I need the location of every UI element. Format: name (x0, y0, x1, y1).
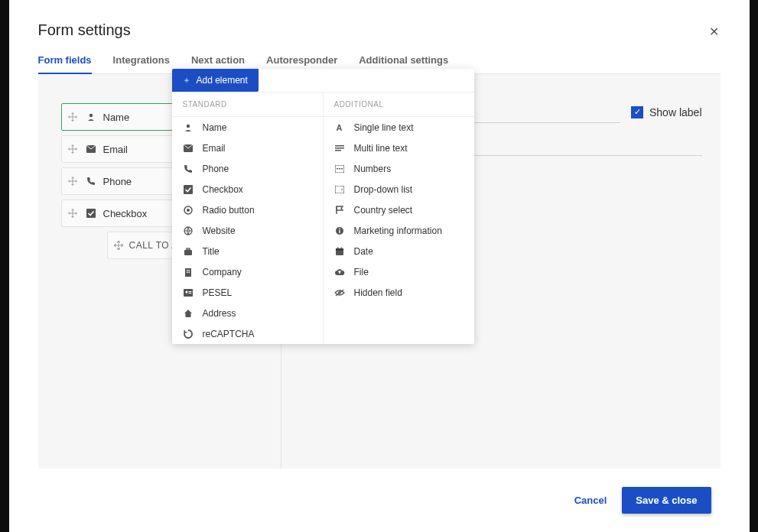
menu-item-label: File (354, 267, 369, 277)
additional-column: ADDITIONAL ASingle line textMulti line t… (323, 92, 474, 344)
mail-icon (83, 145, 99, 153)
field-label: Name (103, 112, 130, 123)
globe-icon (183, 226, 194, 235)
show-label-toggle[interactable]: ✓ Show label (631, 106, 702, 118)
tab-form-fields[interactable]: Form fields (38, 54, 92, 74)
modal-footer: Cancel Save & close (9, 476, 750, 532)
menu-item-drop-down-list[interactable]: Drop-down list (324, 179, 474, 200)
svg-rect-10 (187, 248, 190, 250)
svg-rect-27 (335, 186, 344, 193)
svg-rect-15 (188, 271, 190, 273)
phone-icon (183, 164, 194, 174)
briefcase-icon (183, 247, 194, 256)
svg-point-17 (185, 290, 187, 293)
menu-item-label: Company (203, 267, 242, 277)
svg-rect-25 (339, 168, 340, 170)
menu-item-address[interactable]: Address (172, 303, 323, 323)
svg-rect-2 (86, 209, 96, 218)
drag-handle-icon[interactable] (62, 144, 83, 154)
menu-item-checkbox[interactable]: Checkbox (172, 179, 323, 200)
menu-item-single-line-text[interactable]: ASingle line text (324, 117, 474, 138)
menu-item-label: Phone (203, 164, 229, 174)
person-icon (183, 123, 194, 132)
building-icon (183, 268, 194, 277)
person-icon (83, 112, 99, 122)
modal-header: Form settings ✕ (9, 0, 750, 39)
menu-item-email[interactable]: Email (172, 138, 323, 158)
svg-rect-34 (340, 247, 342, 249)
svg-rect-18 (188, 291, 191, 292)
menu-item-website[interactable]: Website (172, 220, 323, 241)
menu-item-title[interactable]: Title (172, 241, 323, 261)
checkbox-icon (183, 185, 194, 194)
menu-item-label: PESEL (203, 287, 233, 298)
add-element-menu: STANDARD NameEmailPhoneCheckboxRadio but… (172, 92, 474, 344)
svg-rect-33 (337, 247, 339, 249)
flag-icon (334, 206, 345, 215)
recaptcha-icon (183, 329, 194, 339)
menu-item-label: Drop-down list (354, 184, 413, 195)
radio-icon (183, 206, 194, 215)
menu-item-label: Name (203, 122, 227, 133)
svg-rect-19 (188, 293, 191, 294)
close-button[interactable]: ✕ (709, 24, 719, 39)
plus-icon: ＋ (183, 75, 190, 86)
menu-item-label: Title (203, 246, 220, 257)
calendar-icon (334, 247, 345, 256)
menu-item-pesel[interactable]: PESEL (172, 282, 323, 303)
menu-item-label: Radio button (203, 205, 255, 216)
menu-item-label: Address (203, 308, 236, 319)
menu-item-label: Checkbox (203, 184, 243, 195)
field-label: Phone (103, 176, 132, 187)
drag-handle-icon[interactable] (108, 241, 129, 250)
mail-icon (183, 144, 194, 152)
tab-integrations[interactable]: Integrations (113, 54, 170, 73)
additional-heading: ADDITIONAL (324, 92, 474, 117)
menu-item-country-select[interactable]: Country select (324, 200, 474, 220)
drag-handle-icon[interactable] (62, 177, 83, 186)
checkbox-icon (83, 209, 99, 218)
standard-column: STANDARD NameEmailPhoneCheckboxRadio but… (172, 92, 323, 344)
field-label: Email (103, 144, 129, 155)
svg-point-0 (89, 114, 92, 117)
menu-item-label: Country select (354, 205, 413, 216)
show-label-text: Show label (649, 106, 702, 118)
menu-item-label: reCAPTCHA (203, 329, 255, 339)
menu-item-name[interactable]: Name (172, 117, 323, 138)
add-element-label: Add element (197, 75, 248, 86)
menu-item-label: Hidden field (354, 287, 402, 298)
home-icon (183, 309, 194, 318)
form-settings-modal: Form settings ✕ Form fields Integrations… (9, 0, 750, 532)
drag-handle-icon[interactable] (62, 112, 83, 122)
menu-item-recaptcha[interactable]: reCAPTCHA (172, 323, 323, 344)
menu-item-label: Website (203, 225, 236, 236)
svg-rect-13 (188, 270, 190, 271)
checkbox-checked-icon: ✓ (631, 106, 643, 118)
cancel-button[interactable]: Cancel (574, 495, 607, 506)
menu-item-company[interactable]: Company (172, 261, 323, 282)
drag-handle-icon[interactable] (62, 209, 83, 218)
svg-point-3 (186, 124, 189, 127)
standard-heading: STANDARD (172, 92, 323, 117)
svg-rect-26 (341, 168, 343, 170)
menu-item-multi-line-text[interactable]: Multi line text (324, 138, 474, 158)
menu-item-phone[interactable]: Phone (172, 158, 323, 179)
field-label: Checkbox (103, 208, 148, 219)
menu-item-date[interactable]: Date (324, 241, 474, 261)
menu-item-file[interactable]: File (324, 261, 474, 282)
hash-icon (334, 165, 345, 173)
save-close-button[interactable]: Save & close (622, 487, 711, 514)
cloud-icon (334, 268, 345, 276)
menu-item-radio-button[interactable]: Radio button (172, 200, 323, 220)
add-element-button[interactable]: ＋ Add element (172, 69, 259, 92)
menu-item-hidden-field[interactable]: Hidden field (324, 282, 474, 303)
add-element-popover: ＋ Add element STANDARD NameEmailPhoneChe… (172, 69, 474, 344)
info-icon (334, 226, 345, 235)
phone-icon (83, 177, 99, 186)
eye-off-icon (334, 289, 345, 297)
dropdown-icon (334, 186, 345, 193)
menu-item-marketing-information[interactable]: Marketing information (324, 220, 474, 241)
menu-item-numbers[interactable]: Numbers (324, 158, 474, 179)
A-icon: A (334, 123, 345, 132)
svg-point-7 (187, 209, 190, 212)
